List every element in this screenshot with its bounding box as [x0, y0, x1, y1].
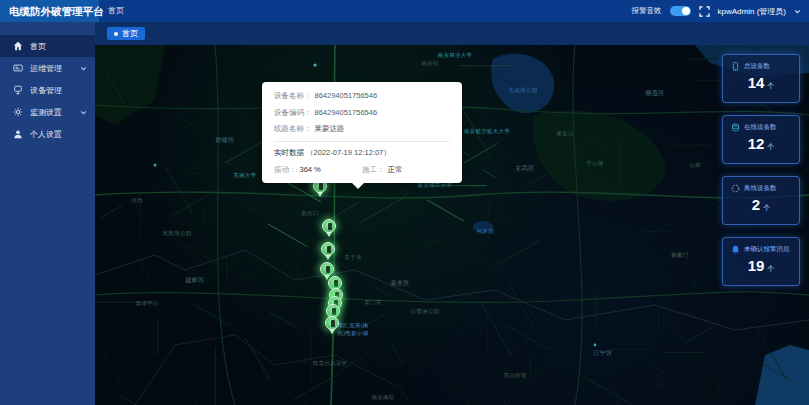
sidebar-item-home[interactable]: 首页	[0, 35, 95, 57]
stat-unit: 个	[767, 82, 774, 89]
online-icon	[731, 123, 740, 132]
popup-field-label: 设备编码：	[274, 108, 312, 118]
stat-unit: 个	[767, 265, 774, 272]
device-marker[interactable]	[322, 219, 336, 237]
offline-icon	[731, 184, 740, 193]
sidebar-item-device[interactable]: 设备管理	[0, 79, 95, 101]
breadcrumb: 首页	[108, 0, 124, 22]
device-marker-icon	[320, 262, 334, 276]
sidebar-item-label: 监测设置	[30, 107, 62, 118]
popup-field: 线路名称： 莱蒙达路	[274, 124, 450, 134]
sidebar-item-label: 首页	[30, 41, 46, 52]
device-marker-icon	[325, 316, 339, 330]
popup-field: 设备名称： 864294051756546	[274, 91, 450, 101]
sidebar-item-label: 设备管理	[30, 85, 62, 96]
tab-active-dot	[114, 32, 118, 36]
tab-bar: 首页	[95, 22, 809, 45]
device-popup: 设备名称： 864294051756546 设备编码： 864294051756…	[262, 82, 462, 183]
phone-icon	[731, 62, 740, 71]
popup-realtime: 实时数据 （2022-07-19 12:12:07）	[274, 148, 450, 158]
popup-field-value: 864294051756546	[315, 91, 378, 101]
popup-metric-value: 364 %	[300, 165, 321, 175]
stat-value: 19	[748, 257, 765, 274]
stat-unit: 个	[767, 143, 774, 150]
popup-metric-value: 正常	[388, 165, 403, 175]
app-header: 电缆防外破管理平台 首页 报警音效 kpwAdmin (管理员)	[0, 0, 809, 22]
gear-icon	[13, 107, 23, 117]
realtime-timestamp: （2022-07-19 12:12:07）	[306, 148, 391, 157]
device-icon	[13, 85, 23, 95]
stat-label: 离线设备数	[744, 184, 777, 193]
stat-card-total[interactable]: 总设备数 14个	[722, 54, 800, 103]
user-icon	[13, 129, 23, 139]
tab-label: 首页	[122, 27, 138, 40]
stat-label: 在线设备数	[744, 123, 777, 132]
device-marker[interactable]	[325, 316, 339, 334]
stat-unit: 个	[763, 204, 770, 211]
device-marker[interactable]	[321, 242, 335, 260]
sidebar-item-profile[interactable]: 个人设置	[0, 123, 95, 145]
lake-shape	[491, 53, 554, 113]
app-title: 电缆防外破管理平台	[0, 0, 99, 22]
stat-value: 14	[748, 74, 765, 91]
bell-icon	[731, 245, 740, 254]
popup-field: 设备编码： 864294051756546	[274, 108, 450, 118]
user-menu[interactable]: kpwAdmin (管理员)	[718, 6, 786, 17]
popup-metric-label: 施工：	[362, 165, 385, 175]
chevron-down-icon	[80, 65, 87, 72]
tab-home[interactable]: 首页	[107, 27, 145, 40]
district-boundary	[135, 335, 395, 405]
sidebar-item-ops[interactable]: 运维管理	[0, 57, 95, 79]
park-shape	[95, 45, 165, 125]
popup-field-value: 864294051756546	[315, 108, 378, 118]
small-lake	[473, 221, 493, 233]
sidebar: 首页 运维管理 设备管理 监测设置 个人设置	[0, 22, 95, 405]
hill-shape	[532, 111, 665, 201]
sidebar-item-label: 个人设置	[30, 129, 62, 140]
popup-metric-label: 振动：	[274, 165, 297, 175]
popup-field-label: 线路名称：	[274, 124, 312, 134]
header-actions: 报警音效 kpwAdmin (管理员)	[632, 0, 801, 22]
stat-card-alarms[interactable]: 未确认报警消息 19个	[722, 237, 800, 286]
popup-divider	[274, 141, 450, 142]
popup-metrics: 振动： 364 % 施工： 正常	[274, 165, 450, 175]
ops-icon	[13, 63, 23, 73]
home-icon	[13, 41, 23, 51]
alarm-sound-label: 报警音效	[632, 6, 662, 16]
sidebar-item-monitor[interactable]: 监测设置	[0, 101, 95, 123]
chevron-down-icon[interactable]	[794, 8, 801, 15]
sidebar-item-label: 运维管理	[30, 63, 62, 74]
popup-field-value: 莱蒙达路	[315, 124, 345, 134]
stat-label: 未确认报警消息	[744, 245, 790, 254]
stat-card-offline[interactable]: 离线设备数 2个	[722, 176, 800, 225]
stat-value: 12	[748, 135, 765, 152]
device-marker-icon	[321, 242, 335, 256]
stat-value: 2	[752, 196, 760, 213]
popup-metric: 振动： 364 %	[274, 165, 362, 175]
district-boundary	[95, 250, 809, 330]
stat-card-online[interactable]: 在线设备数 12个	[722, 115, 800, 164]
realtime-title: 实时数据	[274, 148, 304, 157]
alarm-sound-toggle[interactable]	[670, 6, 691, 16]
fullscreen-icon[interactable]	[699, 6, 710, 17]
chevron-down-icon	[80, 109, 87, 116]
sidebar-menu: 首页 运维管理 设备管理 监测设置 个人设置	[0, 22, 95, 145]
popup-field-label: 设备名称：	[274, 91, 312, 101]
device-marker-icon	[322, 219, 336, 233]
popup-metric: 施工： 正常	[362, 165, 450, 175]
stat-label: 总设备数	[744, 62, 770, 71]
